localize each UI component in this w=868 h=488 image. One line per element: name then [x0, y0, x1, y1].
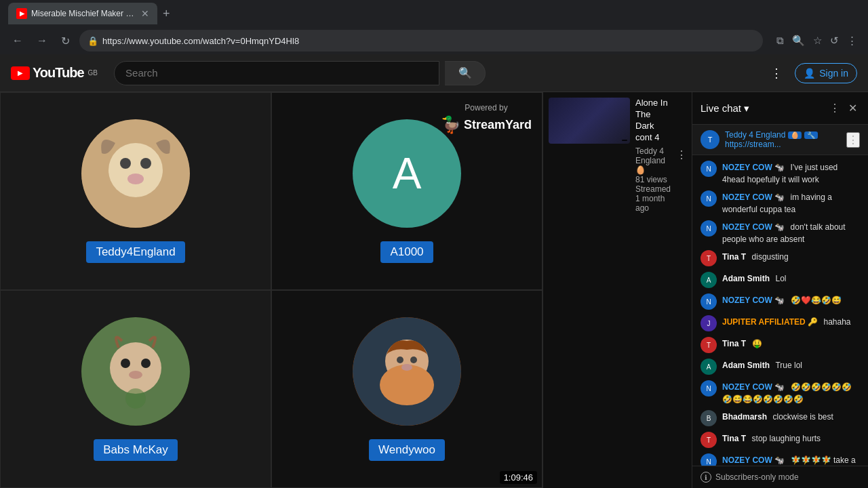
address-bar[interactable]: 🔒 https://www.youtube.com/watch?v=0HmqnY…	[79, 30, 763, 52]
search-bar[interactable]	[114, 61, 439, 85]
pinned-more-button[interactable]: ⋮	[846, 132, 860, 148]
avatar-babs	[81, 317, 190, 426]
refresh-button[interactable]: ↺	[827, 32, 842, 49]
up-next-channel: Teddy 4 England 🥚	[635, 146, 671, 175]
chat-msg-body-12: Bhadmarsh clockwise is best	[722, 410, 860, 422]
chat-header: Live chat ▾ ⋮ ✕	[692, 92, 868, 125]
streamyard-logo: 🦆 StreamYard	[441, 115, 532, 134]
sign-in-button[interactable]: 👤 Sign in	[795, 63, 857, 83]
pinned-link-text[interactable]: https://stream...	[725, 140, 841, 149]
stream-cell-babs: Babs McKay	[0, 290, 271, 488]
sign-in-label: Sign in	[819, 68, 848, 79]
chat-username-12: Bhadmarsh	[722, 412, 767, 422]
chat-msg-body-4: NOZEY COW 🐄 don't talk about people who …	[722, 220, 860, 245]
main-layout: Teddy4England A A1000	[0, 92, 868, 488]
browser-titlebar: ▶ Miserable Mischief Maker K... ✕ +	[0, 0, 868, 27]
svg-point-7	[121, 359, 130, 368]
chat-header-actions: ⋮ ✕	[827, 99, 860, 117]
chat-username-5: Tina T	[722, 252, 746, 262]
chat-msg-body-7: NOZEY COW 🐄 🤣❤️😂🤣😅	[722, 293, 860, 306]
chat-dropdown-icon[interactable]: ▾	[744, 102, 749, 115]
forward-button[interactable]: →	[33, 32, 52, 49]
chat-username-2: NOZEY COW 🐄	[722, 163, 785, 172]
pinned-mod-badge: 🔧	[804, 131, 818, 139]
chat-text-13: stop laughing hurts	[752, 434, 821, 443]
youtube-country-badge: GB	[88, 69, 98, 77]
extensions-button[interactable]: ⧉	[774, 32, 787, 49]
url-text: https://www.youtube.com/watch?v=0HmqnYD4…	[102, 36, 755, 46]
up-next-more-button[interactable]: ⋮	[676, 98, 687, 213]
chat-text-6: Lol	[775, 274, 786, 283]
chat-username-3: NOZEY COW 🐄	[722, 192, 785, 202]
chat-avatar-bhadmarsh: B	[701, 410, 717, 426]
streamyard-powered-text: Powered by	[465, 103, 507, 113]
chat-title: Live chat ▾	[701, 102, 827, 115]
notifications-button[interactable]: ⋮	[766, 62, 787, 85]
search-button[interactable]: 🔍	[445, 61, 486, 85]
svg-point-6	[110, 342, 161, 394]
active-tab[interactable]: ▶ Miserable Mischief Maker K... ✕	[8, 3, 157, 24]
new-tab-button[interactable]: +	[160, 4, 173, 24]
chat-avatar-nozey3: N	[701, 220, 717, 237]
chat-more-button[interactable]: ⋮	[827, 99, 843, 117]
chat-text-9: 🤑	[752, 339, 762, 348]
chat-avatar-nozey6: N	[701, 453, 717, 466]
chat-msg-body-9: Tina T 🤑	[722, 337, 860, 349]
more-button[interactable]: ⋮	[844, 32, 860, 49]
chat-avatar-nozey4: N	[701, 293, 717, 310]
name-badge-wendywoo: Wendywoo	[369, 439, 445, 461]
bookmark-button[interactable]: ☆	[810, 32, 825, 49]
youtube-logo-text: YouTube	[33, 65, 84, 81]
name-badge-babs: Babs McKay	[94, 439, 177, 461]
svg-point-15	[410, 357, 417, 363]
pinned-user-badge: 🥚	[788, 131, 802, 139]
pinned-user-name: Teddy 4 England 🥚 🔧	[725, 130, 841, 140]
chat-avatar-nozey2: N	[701, 190, 717, 207]
chat-title-text: Live chat	[701, 102, 741, 114]
chat-username-13: Tina T	[722, 434, 746, 443]
chat-username-11: NOZEY COW 🐄	[722, 382, 785, 392]
up-next-item[interactable]: Alone In The Dark cont 4 Teddy 4 England…	[549, 98, 686, 213]
name-badge-teddy: Teddy4England	[86, 241, 184, 263]
back-button[interactable]: ←	[8, 32, 27, 49]
svg-point-2	[120, 158, 131, 169]
chat-avatar-adam2: A	[701, 359, 717, 375]
header-right: ⋮ 👤 Sign in	[766, 62, 857, 85]
svg-point-16	[401, 364, 412, 371]
chat-msg-body-5: Tina T disgusting	[722, 250, 860, 262]
chat-msg-3: N NOZEY COW 🐄 im having a wonderful cupp…	[692, 188, 868, 218]
subs-only-notice: ℹ Subscribers-only mode	[701, 472, 860, 483]
chat-avatar-nozey5: N	[701, 380, 717, 396]
reload-button[interactable]: ↻	[57, 32, 74, 50]
tab-close-button[interactable]: ✕	[141, 8, 149, 19]
chat-msg-4: N NOZEY COW 🐄 don't talk about people wh…	[692, 218, 868, 247]
video-area[interactable]: Teddy4England A A1000	[0, 92, 542, 488]
pinned-content: Teddy 4 England 🥚 🔧 https://stream...	[725, 130, 841, 149]
youtube-header: YouTube GB 🔍 ⋮ 👤 Sign in	[0, 54, 868, 92]
chat-msg-6: A Adam Smith Lol	[692, 269, 868, 291]
chat-text-7: 🤣❤️😂🤣😅	[791, 296, 842, 305]
account-icon: 👤	[804, 68, 815, 79]
chat-msg-14: N NOZEY COW 🐄 🧚🧚🧚🧚 take a wash my goodne…	[692, 451, 868, 466]
chat-username-8: JUPITER AFFILIATED 🔑	[722, 317, 818, 327]
chat-msg-body-10: Adam Smith True lol	[722, 359, 860, 371]
zoom-button[interactable]: 🔍	[789, 32, 808, 49]
search-input[interactable]	[125, 67, 428, 79]
chat-msg-body-14: NOZEY COW 🐄 🧚🧚🧚🧚 take a wash my goodness	[722, 453, 860, 466]
youtube-logo[interactable]: YouTube GB	[11, 65, 98, 81]
chat-msg-body-3: NOZEY COW 🐄 im having a wonderful cuppa …	[722, 190, 860, 215]
up-next-info: Alone In The Dark cont 4 Teddy 4 England…	[635, 98, 671, 213]
chat-messages-list[interactable]: N NOZEY COW 🐄 I've just used 4head hopef…	[692, 155, 868, 466]
info-icon: ℹ	[701, 472, 711, 483]
chat-text-12: clockwise is best	[772, 412, 833, 422]
pinned-avatar: T	[701, 130, 719, 149]
tab-favicon: ▶	[16, 8, 27, 19]
chat-msg-5: T Tina T disgusting	[692, 247, 868, 269]
chat-username-4: NOZEY COW 🐄	[722, 222, 785, 232]
chat-text-10: True lol	[775, 361, 802, 370]
chat-msg-2: N NOZEY COW 🐄 I've just used 4head hopef…	[692, 158, 868, 188]
chat-close-button[interactable]: ✕	[846, 99, 860, 117]
svg-point-9	[129, 371, 142, 379]
chat-username-10: Adam Smith	[722, 361, 770, 370]
chat-avatar-tinat3: T	[701, 432, 717, 448]
